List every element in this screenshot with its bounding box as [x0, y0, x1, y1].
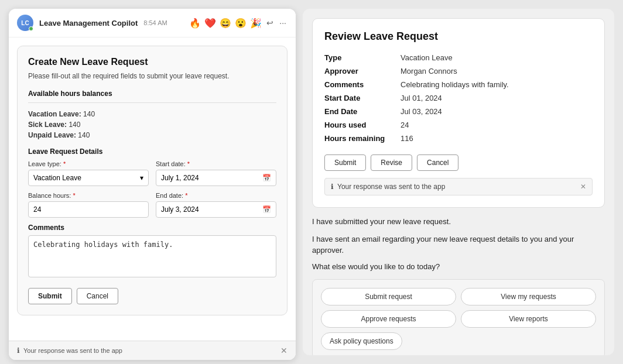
review-label-hours-used: Hours used — [324, 118, 400, 132]
comments-label: Comments — [28, 224, 276, 232]
balance-hours-group: Balance hours: * 24 — [28, 192, 149, 218]
review-notification-text: Your response was sent to the app — [337, 183, 445, 191]
form-title: Create New Leave Request — [28, 57, 276, 67]
review-label-type: Type — [324, 51, 400, 64]
review-submit-button[interactable]: Submit — [324, 154, 366, 171]
start-date-input[interactable]: July 1, 2024 📅 — [156, 170, 276, 186]
review-value-hours-remaining: 116 — [400, 132, 593, 145]
review-value-hours-used: 24 — [400, 118, 593, 132]
end-date-label: End date: * — [156, 192, 276, 199]
review-label-comments: Comments — [324, 78, 400, 91]
review-card: Review Leave Request Type Vacation Leave… — [312, 18, 605, 208]
review-value-type: Vacation Leave — [400, 51, 593, 64]
balance-unpaid: Unpaid Leave: 140 — [28, 131, 276, 139]
calendar-icon-end: 📅 — [262, 205, 271, 214]
end-date-input[interactable]: July 3, 2024 📅 — [156, 201, 276, 218]
leave-type-select[interactable]: Vacation Leave ▾ — [28, 170, 149, 186]
comments-textarea[interactable]: Celebrating holidays with family. — [28, 235, 276, 277]
left-notification-bar: ℹ Your response was sent to the app ✕ — [9, 341, 296, 360]
quick-reply-approve-requests[interactable]: Approve requests — [321, 310, 456, 328]
main-container: LC Leave Management Copilot 8:54 AM 🔥 ❤️… — [4, 4, 619, 360]
leave-type-group: Leave type: * Vacation Leave ▾ — [28, 160, 149, 186]
form-actions: Submit Cancel — [28, 288, 276, 304]
review-label-approver: Approver — [324, 64, 400, 78]
start-date-value: July 1, 2024 — [161, 174, 199, 182]
undo-icon[interactable]: ↩ — [265, 17, 275, 29]
header-icons: 🔥 ❤️ 😄 😮 🎉 ↩ ··· — [189, 17, 287, 29]
start-date-group: Start date: * July 1, 2024 📅 — [156, 160, 276, 186]
review-revise-button[interactable]: Revise — [371, 154, 412, 171]
review-row-hours-used: Hours used 24 — [324, 118, 593, 132]
balances-section-title: Available hours balances — [28, 90, 276, 98]
chat-question: What else would you like to do today? — [312, 262, 605, 271]
balance-hours-label: Balance hours: * — [28, 192, 149, 199]
form-submit-button[interactable]: Submit — [28, 288, 72, 304]
review-row-comments: Comments Celebrating holidays with famil… — [324, 78, 593, 91]
review-value-end: Jul 03, 2024 — [400, 105, 593, 118]
quick-reply-ask-policy[interactable]: Ask policy questions — [321, 332, 402, 350]
review-cancel-button[interactable]: Cancel — [417, 154, 458, 171]
end-date-value: July 3, 2024 — [161, 205, 199, 214]
form-description: Please fill-out all the required fields … — [28, 71, 276, 81]
more-icon[interactable]: ··· — [278, 17, 287, 29]
review-row-type: Type Vacation Leave — [324, 51, 593, 64]
review-notification-close-button[interactable]: ✕ — [580, 183, 586, 191]
review-notification-bar: ℹ Your response was sent to the app ✕ — [324, 178, 593, 195]
chat-message-2: I have sent an email regarding your new … — [312, 233, 605, 256]
review-actions: Submit Revise Cancel — [324, 154, 593, 171]
end-date-group: End date: * July 3, 2024 📅 — [156, 192, 276, 218]
info-icon-review: ℹ — [331, 183, 334, 191]
quick-reply-view-my-requests[interactable]: View my requests — [461, 288, 596, 305]
emoji-fire[interactable]: 🔥 — [189, 18, 201, 29]
review-row-approver: Approver Morgan Connors — [324, 64, 593, 78]
balance-hours-input[interactable]: 24 — [28, 201, 149, 218]
leave-request-form: Create New Leave Request Please fill-out… — [17, 46, 287, 315]
review-row-start: Start Date Jul 01, 2024 — [324, 91, 593, 105]
chat-body: Create New Leave Request Please fill-out… — [9, 37, 296, 341]
quick-reply-submit-request[interactable]: Submit request — [321, 288, 456, 305]
online-indicator — [29, 26, 33, 31]
review-row-end: End Date Jul 03, 2024 — [324, 105, 593, 118]
leave-type-value: Vacation Leave — [33, 174, 81, 182]
left-notification-text: Your response was sent to the app — [23, 347, 122, 354]
form-cancel-button[interactable]: Cancel — [77, 288, 118, 304]
avatar: LC — [17, 15, 33, 31]
quick-reply-view-reports[interactable]: View reports — [461, 310, 596, 328]
balance-hours-value: 24 — [33, 205, 41, 214]
review-title: Review Leave Request — [324, 30, 593, 43]
header-time: 8:54 AM — [143, 19, 167, 26]
info-icon: ℹ — [17, 346, 20, 355]
balance-vacation: Vacation Leave: 140 — [28, 110, 276, 118]
review-table: Type Vacation Leave Approver Morgan Conn… — [324, 51, 593, 145]
review-value-comments: Celebrating holidays with family. — [400, 78, 593, 91]
emoji-heart[interactable]: ❤️ — [204, 18, 216, 29]
chat-header: LC Leave Management Copilot 8:54 AM 🔥 ❤️… — [9, 9, 296, 37]
leave-type-label: Leave type: * — [28, 160, 149, 167]
balance-sick: Sick Leave: 140 — [28, 121, 276, 129]
review-value-approver: Morgan Connors — [400, 64, 593, 78]
review-value-start: Jul 01, 2024 — [400, 91, 593, 105]
chevron-down-icon: ▾ — [140, 174, 143, 182]
emoji-laugh[interactable]: 😄 — [220, 18, 231, 29]
details-section-title: Leave Request Details — [28, 147, 276, 156]
right-panel: Review Leave Request Type Vacation Leave… — [303, 9, 614, 355]
form-row-type-date: Leave type: * Vacation Leave ▾ Start dat… — [28, 160, 276, 186]
header-title: Leave Management Copilot — [39, 19, 138, 28]
chat-message-1: I have submitted your new leave request. — [312, 216, 605, 228]
review-label-end: End Date — [324, 105, 400, 118]
notification-close-button[interactable]: ✕ — [280, 346, 287, 355]
start-date-label: Start date: * — [156, 160, 276, 167]
calendar-icon: 📅 — [262, 174, 271, 182]
form-row-hours-enddate: Balance hours: * 24 End date: * July 3, … — [28, 192, 276, 218]
review-label-start: Start Date — [324, 91, 400, 105]
left-panel-chat: LC Leave Management Copilot 8:54 AM 🔥 ❤️… — [9, 9, 296, 360]
emoji-party[interactable]: 🎉 — [250, 18, 262, 29]
emoji-wow[interactable]: 😮 — [235, 18, 247, 29]
quick-replies-panel: Submit request View my requests Approve … — [312, 279, 605, 356]
review-row-hours-remaining: Hours remaining 116 — [324, 132, 593, 145]
review-label-hours-remaining: Hours remaining — [324, 132, 400, 145]
